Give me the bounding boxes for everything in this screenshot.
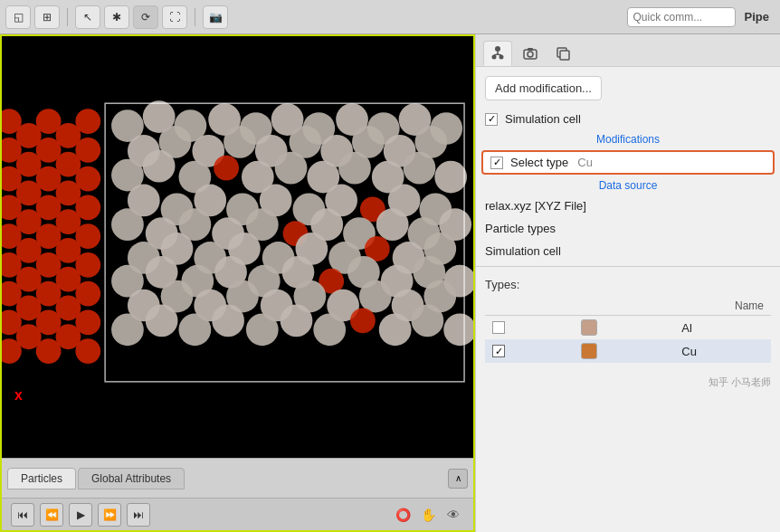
pipeline-icon: [490, 45, 506, 62]
toolbar-btn-3[interactable]: ↖: [75, 5, 100, 29]
svg-point-36: [75, 138, 100, 163]
viewport-panel: x Particles Global Attributes ∧ ⏮ ⏪ ▶ ⏩ …: [0, 34, 475, 532]
main-area: x Particles Global Attributes ∧ ⏮ ⏪ ▶ ⏩ …: [0, 34, 780, 532]
toolbar-btn-rotate[interactable]: ⟳: [133, 5, 158, 29]
type-row-al[interactable]: Al: [485, 316, 771, 340]
toolbar-sep-2: [195, 8, 195, 26]
svg-point-137: [412, 305, 444, 337]
playbar-extra-icons: ⭕ ✋ 👁: [392, 504, 464, 526]
toolbar-sep-1: [67, 8, 68, 26]
toolbar-btn-2[interactable]: ⊞: [34, 5, 60, 29]
hand-tool-icon[interactable]: ✋: [417, 504, 439, 526]
data-item-particle-types[interactable]: Particle types: [476, 217, 780, 240]
select-type-item[interactable]: ✓ Select type Cu: [481, 150, 775, 175]
svg-point-38: [75, 195, 100, 220]
select-type-sublabel: Cu: [577, 156, 593, 169]
svg-rect-151: [560, 51, 569, 60]
data-item-simulation-cell2[interactable]: Simulation cell: [476, 240, 780, 262]
data-item-simulation-cell-label: Simulation cell: [485, 244, 561, 258]
data-item-relax-label: relax.xyz [XYZ File]: [485, 199, 586, 213]
svg-point-148: [528, 52, 533, 57]
svg-point-66: [143, 150, 176, 183]
svg-point-39: [75, 223, 100, 249]
viewport-tabs: Particles Global Attributes: [7, 468, 446, 489]
toolbar-btn-1[interactable]: ◱: [5, 5, 31, 29]
viewport-tabs-row: Particles Global Attributes ∧: [2, 458, 473, 498]
prev-btn[interactable]: ⏪: [40, 503, 63, 527]
panel-content: Add modification... ✓ Simulation cell Mo…: [476, 67, 780, 532]
panel-tabs: [476, 34, 780, 67]
play-btn[interactable]: ▶: [69, 503, 92, 527]
svg-point-74: [404, 152, 436, 185]
pipeline-label: Pipe: [739, 10, 775, 24]
svg-point-72: [338, 152, 371, 185]
playbar: ⏮ ⏪ ▶ ⏩ ⏭ ⭕ ✋ 👁: [2, 498, 473, 530]
divider-1: [476, 266, 780, 267]
panel-collapse-btn[interactable]: ∧: [448, 469, 468, 489]
add-modification-button[interactable]: Add modification...: [485, 76, 602, 100]
cu-checkbox[interactable]: [492, 345, 505, 357]
svg-point-125: [359, 280, 392, 313]
svg-point-58: [224, 126, 256, 158]
svg-line-146: [498, 54, 501, 55]
al-type-name: Al: [681, 321, 692, 335]
simulation-cell-checkbox[interactable]: ✓: [485, 113, 498, 126]
cu-color-swatch: [581, 343, 597, 359]
svg-point-132: [246, 313, 279, 346]
svg-point-86: [111, 208, 144, 241]
zhihu-credit: 知乎 小马老师: [476, 370, 780, 394]
skip-start-btn[interactable]: ⏮: [11, 503, 34, 527]
circle-tool-icon[interactable]: ⭕: [392, 504, 414, 526]
svg-point-129: [146, 305, 178, 337]
viewport-3d[interactable]: x: [2, 36, 473, 458]
data-item-particle-types-label: Particle types: [485, 222, 556, 235]
svg-point-68: [214, 156, 239, 181]
modifications-section-header[interactable]: Modifications: [476, 130, 780, 148]
svg-point-41: [75, 281, 100, 307]
skip-end-btn[interactable]: ⏭: [127, 503, 150, 527]
tab-render[interactable]: [516, 41, 545, 66]
data-source-section-header[interactable]: Data source: [476, 176, 780, 195]
svg-point-134: [313, 313, 346, 346]
select-type-checkbox[interactable]: ✓: [490, 157, 503, 169]
toolbar-btn-camera[interactable]: 📷: [203, 5, 228, 29]
svg-point-94: [376, 208, 409, 241]
search-input[interactable]: [627, 7, 736, 27]
svg-point-40: [75, 252, 100, 278]
svg-text:x: x: [14, 387, 23, 403]
svg-point-75: [434, 161, 467, 194]
toolbar-search-area: Pipe: [627, 7, 775, 27]
svg-point-136: [379, 313, 412, 346]
next-btn[interactable]: ⏩: [98, 503, 121, 527]
toolbar-btn-5[interactable]: ⛶: [162, 5, 187, 29]
tab-particles[interactable]: Particles: [7, 468, 76, 489]
main-toolbar: ◱ ⊞ ↖ ✱ ⟳ ⛶ 📷 Pipe: [0, 0, 780, 34]
molecule-scene: x: [2, 36, 473, 458]
svg-point-35: [75, 109, 100, 134]
al-checkbox[interactable]: [492, 321, 505, 334]
data-item-relax[interactable]: relax.xyz [XYZ File]: [476, 195, 780, 217]
svg-rect-149: [528, 48, 533, 51]
layers-icon: [555, 45, 571, 62]
svg-point-133: [281, 305, 313, 337]
right-panel: Add modification... ✓ Simulation cell Mo…: [475, 34, 780, 532]
types-section: Types: Name: [476, 271, 780, 370]
svg-point-128: [111, 313, 144, 346]
svg-point-70: [275, 152, 308, 185]
eye-tool-icon[interactable]: 👁: [442, 504, 464, 526]
types-col-name: Name: [485, 297, 771, 316]
pipeline-item-simulation-cell[interactable]: ✓ Simulation cell: [476, 108, 780, 130]
type-row-cu[interactable]: Cu: [485, 339, 771, 363]
svg-point-42: [75, 309, 100, 335]
types-title: Types:: [485, 278, 771, 291]
tab-overlay[interactable]: [548, 41, 577, 66]
svg-point-130: [178, 313, 211, 346]
svg-point-135: [350, 308, 376, 333]
tab-global-attributes[interactable]: Global Attributes: [78, 468, 185, 489]
toolbar-btn-4[interactable]: ✱: [104, 5, 129, 29]
simulation-cell-label: Simulation cell: [505, 112, 581, 126]
svg-point-37: [75, 166, 100, 192]
tab-pipeline[interactable]: [483, 41, 512, 66]
svg-point-131: [212, 305, 244, 337]
svg-point-141: [495, 46, 500, 52]
